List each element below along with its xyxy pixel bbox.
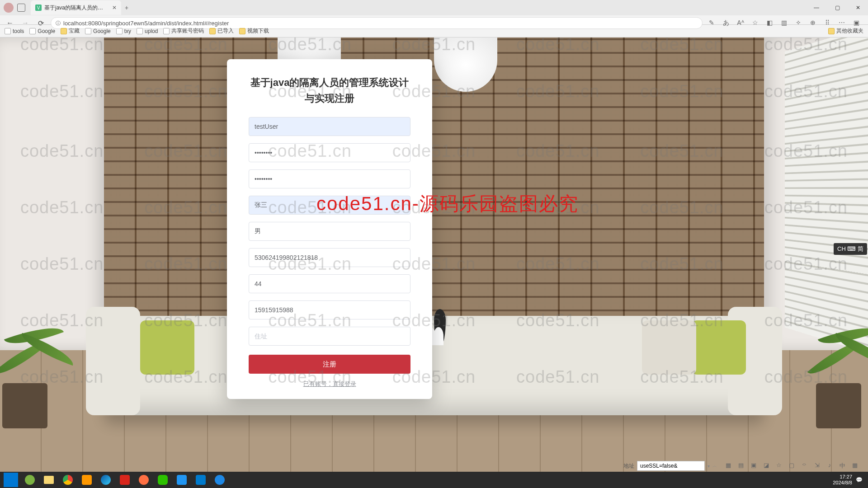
taskbar-explorer[interactable] <box>40 473 58 487</box>
tab-title: 基于java的隔离人员的管理系统设 <box>44 4 108 12</box>
bookmark-other[interactable]: 其他收藏夹 <box>828 27 863 35</box>
chart-icon[interactable]: ◪ <box>762 462 770 470</box>
system-tray[interactable]: 17:27 2024/8/8 💬 <box>833 474 866 486</box>
text-size-icon[interactable]: Aᴬ <box>736 19 745 27</box>
taskbar: 17:27 2024/8/8 💬 <box>0 472 868 488</box>
forward-button[interactable]: → <box>20 18 31 28</box>
sidebar-icon[interactable]: ▣ <box>852 19 861 27</box>
edit-icon[interactable]: ✎ <box>707 19 716 27</box>
link-icon[interactable]: ⇲ <box>813 462 821 470</box>
taskbar-wechat[interactable] <box>154 473 172 487</box>
gender-input[interactable] <box>249 222 410 241</box>
background-room <box>0 38 868 472</box>
phone-input[interactable] <box>249 300 410 319</box>
address-bar[interactable]: ⓘ localhost:8080/springboot7ewn5/admin/d… <box>51 17 703 29</box>
start-button[interactable] <box>2 473 20 487</box>
bookmark-share[interactable]: 共享账号密码 <box>163 27 204 35</box>
refresh-button[interactable]: ⟳ <box>35 18 46 28</box>
realname-input[interactable] <box>249 196 410 215</box>
url-text: localhost:8080/springboot7ewn5/admin/dis… <box>63 20 229 27</box>
browser-chrome: V 基于java的隔离人员的管理系统设 ✕ + — ▢ ✕ ← → ⟳ ⓘ lo… <box>0 0 868 25</box>
close-button[interactable]: ✕ <box>848 1 868 14</box>
new-tab-button[interactable]: + <box>125 4 128 11</box>
login-link[interactable]: 已有账号，直接登录 <box>249 380 410 388</box>
taskbar-vscode[interactable] <box>192 473 210 487</box>
minimize-button[interactable]: — <box>807 1 826 14</box>
site-info-icon[interactable]: ⓘ <box>56 20 61 27</box>
translate-icon[interactable]: あ <box>722 19 731 27</box>
username-input[interactable] <box>249 117 410 136</box>
bookmark-treasure[interactable]: 宝藏 <box>61 27 80 35</box>
db-icon[interactable]: ▤ <box>737 462 745 470</box>
status-bar: 地址 ▾ ︿ ▦ ▤ ▣ ◪ ☆ ▢ ⌔ ⇲ ♪ 中 ▦ <box>623 460 859 472</box>
register-card: 基于java的隔离人员的管理系统设计与实现注册 注册 已有账号，直接登录 <box>227 59 432 399</box>
folder-icon[interactable]: ▢ <box>788 462 796 470</box>
bookmark-imported[interactable]: 已导入 <box>209 27 234 35</box>
bookmark-google2[interactable]: Google <box>85 28 111 34</box>
notification-icon[interactable]: 💬 <box>856 477 863 483</box>
maximize-button[interactable]: ▢ <box>827 1 847 14</box>
bookmark-txy[interactable]: txy <box>116 28 131 34</box>
cube-icon[interactable]: ◧ <box>765 19 774 27</box>
tray-clock[interactable]: 17:27 2024/8/8 <box>833 474 852 486</box>
favicon-icon: V <box>35 5 42 11</box>
taskbar-edge[interactable] <box>97 473 115 487</box>
page-content: code51.cncode51.cncode51.cncode51.cncode… <box>0 38 868 472</box>
register-button[interactable]: 注册 <box>249 355 410 374</box>
star-icon[interactable]: ☆ <box>775 462 783 470</box>
window-controls: — ▢ ✕ <box>807 1 868 14</box>
taskbar-app-orange[interactable] <box>135 473 153 487</box>
back-button[interactable]: ← <box>5 18 15 28</box>
password-input[interactable] <box>249 143 410 162</box>
ant-icon[interactable]: ▣ <box>750 462 758 470</box>
shield-icon[interactable]: ▦ <box>724 462 732 470</box>
tab-bar: V 基于java的隔离人员的管理系统设 ✕ + — ▢ ✕ <box>0 0 868 15</box>
favorite-icon[interactable]: ☆ <box>750 19 760 27</box>
sync-icon[interactable]: ⊕ <box>808 19 817 27</box>
extensions-icon[interactable]: ✧ <box>794 19 803 27</box>
address-input[interactable] <box>249 327 410 346</box>
taskbar-sublime[interactable] <box>78 473 96 487</box>
collections-icon[interactable]: ▥ <box>779 19 788 27</box>
browser-tab[interactable]: V 基于java的隔离人员的管理系统设 ✕ <box>31 0 121 15</box>
bookmark-upload[interactable]: uplod <box>137 28 158 34</box>
grid-icon[interactable]: ▦ <box>851 462 859 470</box>
taskbar-qq[interactable] <box>211 473 229 487</box>
age-input[interactable] <box>249 274 410 293</box>
confirm-password-input[interactable] <box>249 169 410 188</box>
menu-icon[interactable]: ⋯ <box>837 19 846 27</box>
status-label: 地址 <box>623 462 634 470</box>
taskbar-chrome[interactable] <box>59 473 77 487</box>
taskbar-wps[interactable] <box>116 473 134 487</box>
profile-avatar[interactable] <box>4 3 14 13</box>
close-tab-icon[interactable]: ✕ <box>112 5 117 11</box>
bookmark-video[interactable]: 视频下载 <box>239 27 269 35</box>
dropdown-icon[interactable]: ▾ <box>708 464 710 469</box>
wifi-icon[interactable]: ⌔ <box>800 462 808 470</box>
cn-icon[interactable]: 中 <box>838 462 846 470</box>
toolbar-icons: ✎ あ Aᴬ ☆ ◧ ▥ ✧ ⊕ ⠿ ⋯ ▣ <box>707 19 863 27</box>
bookmark-tools[interactable]: tools <box>5 28 24 34</box>
more-icon[interactable]: ⠿ <box>823 19 832 27</box>
taskbar-app-blue[interactable] <box>173 473 191 487</box>
ime-badge[interactable]: CH ⌨ 简 <box>834 243 867 255</box>
audio-icon[interactable]: ♪ <box>826 462 834 470</box>
workspace-icon[interactable] <box>17 4 25 12</box>
chevron-up-icon[interactable]: ︿ <box>712 463 717 469</box>
status-input[interactable] <box>637 461 705 471</box>
idcard-input[interactable] <box>249 248 410 267</box>
card-title: 基于java的隔离人员的管理系统设计与实现注册 <box>249 75 410 106</box>
bookmark-google[interactable]: Google <box>29 28 55 34</box>
taskbar-browser-green[interactable] <box>21 473 39 487</box>
